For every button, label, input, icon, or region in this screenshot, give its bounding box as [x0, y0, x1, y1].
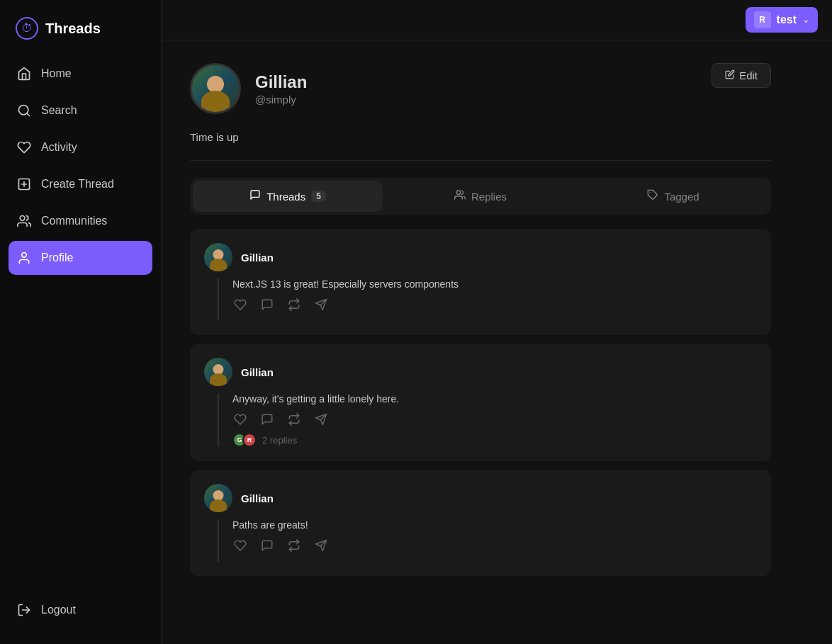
thread-card: Gillian Next.JS 13 is great! Especially … — [190, 229, 771, 335]
sidebar: ⏱ Threads Home Search Activity Create — [0, 0, 162, 644]
edit-label: Edit — [739, 69, 758, 81]
sidebar-item-logout[interactable]: Logout — [9, 593, 152, 627]
repost-button[interactable] — [286, 297, 302, 312]
app-logo-icon: ⏱ — [16, 17, 38, 40]
create-thread-label: Create Thread — [41, 178, 114, 191]
sidebar-item-home[interactable]: Home — [9, 57, 152, 91]
svg-point-6 — [22, 253, 27, 258]
home-icon — [17, 67, 31, 81]
profile-header: Gillian @simply Edit — [190, 63, 771, 114]
replies-count: 2 replies — [262, 435, 297, 446]
chevron-down-icon: ⌄ — [802, 15, 809, 25]
thread-line — [218, 278, 219, 321]
reply-avatars: G R — [232, 433, 257, 447]
thread-header: Gillian — [204, 484, 757, 512]
thread-header: Gillian — [204, 243, 757, 271]
like-button[interactable] — [232, 538, 248, 553]
thread-line-col — [204, 278, 232, 321]
logout-icon — [17, 603, 31, 617]
thread-author-name: Gillian — [241, 492, 274, 504]
profile-info: Gillian @simply — [190, 63, 307, 114]
nav-menu: Home Search Activity Create Thread Commu… — [9, 57, 152, 587]
tab-replies[interactable]: Replies — [386, 181, 575, 212]
workspace-icon: R — [754, 11, 771, 28]
thread-actions — [232, 412, 757, 427]
repost-button[interactable] — [286, 538, 302, 553]
share-button[interactable] — [313, 412, 329, 427]
thread-content: Paths are greats! — [232, 519, 757, 562]
replies-row: G R 2 replies — [232, 433, 757, 447]
thread-line-col — [204, 519, 232, 562]
thread-body: Anyway, it's getting a little lonely her… — [204, 393, 757, 447]
create-thread-icon — [17, 177, 31, 191]
edit-profile-button[interactable]: Edit — [712, 63, 771, 88]
threads-tab-badge: 5 — [311, 191, 326, 202]
thread-actions — [232, 538, 757, 553]
share-button[interactable] — [313, 297, 329, 312]
reply-avatar: R — [242, 433, 257, 447]
avatar-image — [192, 65, 239, 112]
tab-tagged[interactable]: Tagged — [578, 181, 768, 212]
sidebar-item-profile[interactable]: Profile — [9, 241, 152, 275]
thread-author-name: Gillian — [241, 252, 274, 264]
profile-text: Gillian @simply — [255, 72, 307, 106]
threads-tab-label: Threads — [266, 191, 305, 203]
sidebar-item-activity[interactable]: Activity — [9, 130, 152, 164]
like-button[interactable] — [232, 297, 248, 312]
search-icon — [17, 103, 31, 118]
profile-container: Gillian @simply Edit Time is up Threads … — [162, 40, 799, 607]
sidebar-item-search[interactable]: Search — [9, 94, 152, 128]
thread-actions — [232, 297, 757, 312]
sidebar-item-create-thread[interactable]: Create Thread — [9, 167, 152, 201]
profile-tabs: Threads 5 Replies Tagged — [190, 178, 771, 215]
svg-point-8 — [456, 191, 460, 194]
workspace-name: test — [777, 13, 797, 26]
workspace-selector[interactable]: R test ⌄ — [746, 7, 818, 33]
avatar — [190, 63, 241, 114]
thread-content: Anyway, it's getting a little lonely her… — [232, 393, 757, 447]
home-label: Home — [41, 67, 72, 80]
app-header: ⏱ Threads — [9, 11, 152, 57]
profile-icon — [17, 251, 31, 265]
communities-label: Communities — [41, 215, 107, 227]
thread-card: Gillian Paths are greats! — [190, 470, 771, 576]
thread-text: Next.JS 13 is great! Especially servers … — [232, 278, 757, 290]
replies-tab-label: Replies — [471, 191, 507, 203]
replies-tab-icon — [454, 189, 466, 203]
sidebar-footer: Logout — [9, 587, 152, 633]
communities-icon — [17, 214, 31, 228]
comment-button[interactable] — [259, 538, 275, 553]
tab-threads[interactable]: Threads 5 — [193, 181, 383, 212]
thread-text: Anyway, it's getting a little lonely her… — [232, 393, 757, 405]
thread-line — [218, 519, 219, 562]
profile-label: Profile — [41, 252, 73, 264]
activity-icon — [17, 140, 31, 154]
profile-bio: Time is up — [190, 131, 771, 161]
topbar: R test ⌄ — [162, 0, 832, 40]
thread-body: Next.JS 13 is great! Especially servers … — [204, 278, 757, 321]
sidebar-item-communities[interactable]: Communities — [9, 204, 152, 238]
thread-author-avatar — [204, 484, 232, 512]
profile-handle: @simply — [255, 94, 307, 106]
thread-content: Next.JS 13 is great! Especially servers … — [232, 278, 757, 321]
comment-button[interactable] — [259, 412, 275, 427]
edit-icon — [725, 69, 735, 81]
search-label: Search — [41, 104, 77, 117]
comment-button[interactable] — [259, 297, 275, 312]
tagged-tab-icon — [647, 189, 658, 203]
logout-label: Logout — [41, 604, 76, 616]
like-button[interactable] — [232, 412, 248, 427]
share-button[interactable] — [313, 538, 329, 553]
thread-card: Gillian Anyway, it's getting a little lo… — [190, 344, 771, 461]
main-content: R test ⌄ Gillian @simply Edit — [162, 0, 832, 644]
tagged-tab-label: Tagged — [664, 191, 699, 203]
thread-line-col — [204, 393, 232, 447]
repost-button[interactable] — [286, 412, 302, 427]
thread-author-avatar — [204, 358, 232, 386]
app-title: Threads — [45, 21, 101, 37]
thread-author-avatar — [204, 243, 232, 271]
svg-line-1 — [27, 113, 30, 116]
profile-name: Gillian — [255, 72, 307, 92]
thread-author-name: Gillian — [241, 366, 274, 378]
thread-header: Gillian — [204, 358, 757, 386]
